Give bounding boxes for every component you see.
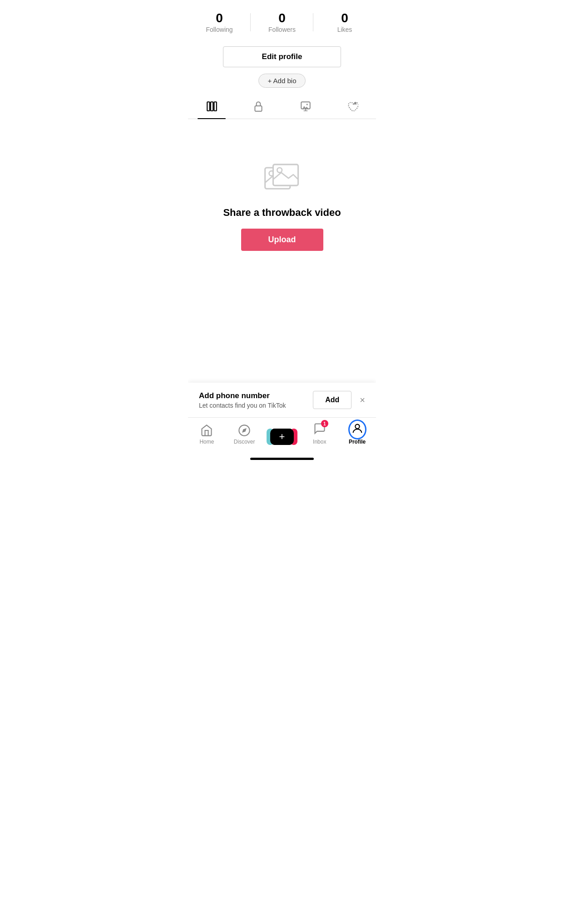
- phone-banner-actions: Add ×: [313, 391, 367, 409]
- nav-create[interactable]: +: [263, 429, 301, 446]
- svg-rect-1: [211, 102, 213, 111]
- profile-label: Profile: [349, 439, 366, 445]
- close-banner-button[interactable]: ×: [358, 393, 367, 407]
- home-label: Home: [199, 439, 214, 445]
- inbox-label: Inbox: [313, 439, 326, 445]
- nav-inbox[interactable]: 1 Inbox: [301, 422, 338, 446]
- likes-stat[interactable]: 0 Likes: [313, 11, 376, 34]
- content-area: Share a throwback video Upload: [188, 119, 376, 292]
- followers-stat[interactable]: 0 Followers: [251, 11, 313, 34]
- empty-media-icon: [262, 160, 302, 197]
- phone-banner-text: Add phone number Let contacts find you o…: [199, 391, 286, 409]
- phone-banner-title: Add phone number: [199, 391, 286, 400]
- discover-label: Discover: [234, 439, 255, 445]
- likes-count: 0: [313, 11, 376, 25]
- empty-state-title: Share a throwback video: [223, 207, 341, 219]
- discover-icon: [238, 424, 251, 437]
- following-stat[interactable]: 0 Following: [188, 11, 251, 34]
- edit-profile-button[interactable]: Edit profile: [223, 46, 341, 67]
- add-phone-button[interactable]: Add: [313, 391, 351, 409]
- nav-home[interactable]: Home: [188, 424, 226, 446]
- tab-tagged[interactable]: [282, 100, 329, 119]
- plus-sign-icon: +: [270, 429, 294, 445]
- following-label: Following: [206, 26, 233, 33]
- svg-rect-4: [301, 102, 310, 109]
- inbox-wrapper: 1: [313, 422, 326, 437]
- upload-button[interactable]: Upload: [241, 229, 323, 251]
- profile-nav-wrapper: [351, 422, 364, 437]
- phone-banner-subtitle: Let contacts find you on TikTok: [199, 402, 286, 409]
- nav-discover[interactable]: Discover: [226, 424, 263, 446]
- add-bio-button[interactable]: + Add bio: [258, 74, 306, 88]
- likes-label: Likes: [337, 26, 352, 33]
- home-icon: [200, 424, 213, 437]
- create-button[interactable]: +: [270, 429, 294, 445]
- stats-row: 0 Following 0 Followers 0 Likes: [188, 0, 376, 41]
- svg-marker-13: [242, 428, 247, 433]
- nav-profile[interactable]: Profile: [338, 422, 376, 446]
- followers-label: Followers: [268, 26, 296, 33]
- tab-videos[interactable]: [188, 100, 235, 119]
- profile-active-ring: [348, 420, 366, 440]
- svg-rect-2: [214, 102, 216, 111]
- phone-banner: Add phone number Let contacts find you o…: [188, 383, 376, 417]
- inbox-badge: 1: [321, 420, 328, 427]
- svg-rect-0: [207, 102, 209, 111]
- following-count: 0: [188, 11, 251, 25]
- profile-tabs: [188, 92, 376, 119]
- svg-rect-3: [255, 106, 262, 111]
- home-indicator: [250, 458, 314, 460]
- bottom-nav: Home Discover + 1 Inbox: [188, 417, 376, 455]
- tab-private[interactable]: [235, 100, 282, 119]
- tab-liked[interactable]: [329, 100, 376, 119]
- followers-count: 0: [251, 11, 313, 25]
